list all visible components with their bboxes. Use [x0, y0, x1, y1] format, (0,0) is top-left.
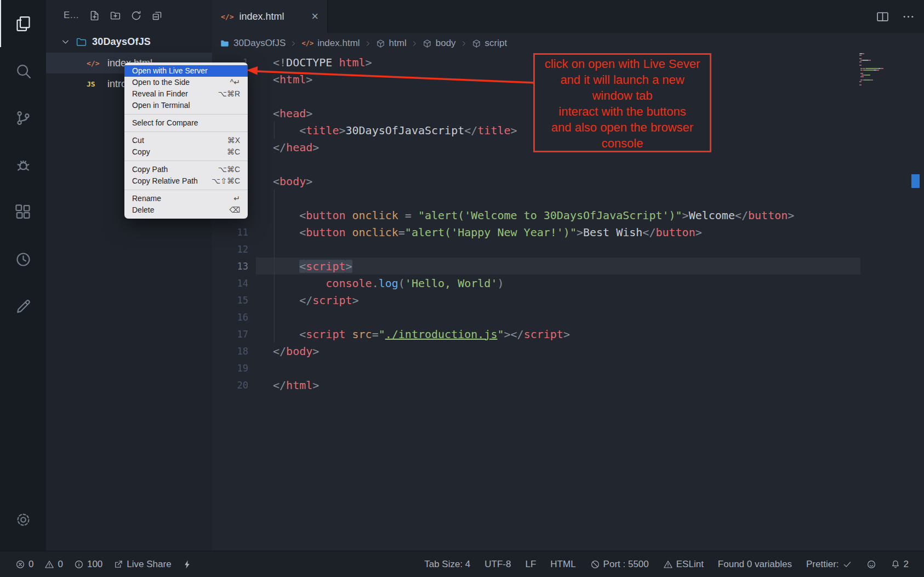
- status-bar: 00100Live Share Tab Size: 4UTF-8LFHTMLPo…: [0, 551, 924, 577]
- status-feedback-smiley[interactable]: [866, 559, 876, 569]
- line-number: 19: [212, 363, 248, 374]
- status-prettier[interactable]: Prettier:: [806, 559, 852, 570]
- folder-tree-root[interactable]: 30DaysOfJS: [46, 31, 212, 53]
- menu-item-reveal-in-finder[interactable]: Reveal in Finder⌥⌘R: [124, 88, 248, 100]
- line-number: 12: [212, 244, 248, 255]
- feedback-icon[interactable]: [0, 283, 46, 330]
- menu-item-label: Select for Compare: [132, 118, 198, 128]
- new-file-icon[interactable]: [89, 10, 100, 21]
- history-icon[interactable]: [0, 236, 46, 283]
- symbol-cube-icon: [376, 39, 385, 48]
- menu-item-copy-path[interactable]: Copy Path⌥⌘C: [124, 164, 248, 175]
- code-line[interactable]: 20</html>: [212, 376, 924, 393]
- more-actions-icon[interactable]: [902, 10, 915, 24]
- code-line-content: </head>: [273, 141, 319, 154]
- info-circle-icon: [74, 559, 84, 569]
- root-folder-name: 30DaysOfJS: [92, 36, 151, 48]
- status-notifications[interactable]: 2: [891, 559, 909, 570]
- status-info-count[interactable]: 100: [74, 559, 102, 570]
- menu-separator: [124, 114, 248, 115]
- minimap[interactable]: [859, 53, 910, 86]
- menu-item-rename[interactable]: Rename↵: [124, 193, 248, 204]
- menu-item-open-with-live-server[interactable]: Open with Live Server: [124, 65, 248, 77]
- explorer-header: E…: [46, 0, 212, 31]
- breadcrumb-label: html: [389, 38, 407, 49]
- code-line[interactable]: 11 <button onclick="alert('Happy New Yea…: [212, 224, 924, 241]
- status-variables[interactable]: Found 0 variables: [718, 559, 792, 570]
- split-editor-icon[interactable]: [876, 10, 889, 24]
- menu-item-shortcut: ⌫: [229, 205, 240, 215]
- new-folder-icon[interactable]: [110, 10, 121, 21]
- tab-bar: </> index.html ×: [212, 0, 924, 33]
- status-language-mode[interactable]: HTML: [550, 559, 575, 570]
- code-line[interactable]: 14 console.log('Hello, World'): [212, 275, 924, 292]
- code-line[interactable]: 17 <script src="./introduction.js"></scr…: [212, 325, 924, 342]
- menu-item-copy-relative-path[interactable]: Copy Relative Path⌥⇧⌘C: [124, 175, 248, 187]
- status-live-server-port[interactable]: Port : 5500: [590, 559, 649, 570]
- breadcrumb-item-body[interactable]: body: [423, 38, 456, 49]
- code-line[interactable]: 16: [212, 309, 924, 325]
- menu-item-select-for-compare[interactable]: Select for Compare: [124, 117, 248, 129]
- check-icon: [842, 559, 852, 569]
- annotation-text-line: console: [535, 135, 710, 151]
- status-problems-errors[interactable]: 0: [15, 559, 33, 570]
- close-tab-icon[interactable]: ×: [311, 10, 318, 22]
- status-eslint[interactable]: ESLint: [663, 559, 704, 570]
- run-debug-icon[interactable]: [0, 141, 46, 188]
- status-text: 2: [904, 559, 909, 570]
- status-live-share[interactable]: Live Share: [113, 559, 171, 570]
- annotation-text-line: window tab: [535, 88, 710, 104]
- vscode-window: E… 30DaysOfJS </>index.htmlJSintroductio…: [0, 0, 924, 577]
- tab-index-html[interactable]: </> index.html ×: [212, 0, 328, 33]
- status-encoding[interactable]: UTF-8: [484, 559, 511, 570]
- menu-item-cut[interactable]: Cut⌘X: [124, 135, 248, 146]
- chevron-down-icon: [60, 37, 71, 47]
- breadcrumb-item-script[interactable]: script: [472, 38, 507, 49]
- code-line[interactable]: 9: [212, 190, 924, 207]
- lightning-icon: [182, 559, 192, 569]
- code-line-content: </body>: [273, 345, 319, 358]
- folder-icon: [76, 36, 87, 48]
- menu-item-open-to-the-side[interactable]: Open to the Side^↵: [124, 77, 248, 88]
- extensions-icon[interactable]: [0, 188, 46, 236]
- menu-item-label: Delete: [132, 205, 154, 215]
- breadcrumb-item-index-html[interactable]: </>index.html: [301, 38, 360, 49]
- source-control-icon[interactable]: [0, 94, 46, 141]
- search-icon[interactable]: [0, 47, 46, 94]
- refresh-icon[interactable]: [130, 10, 142, 21]
- code-line[interactable]: 8<body>: [212, 173, 924, 190]
- code-line[interactable]: 13 <script>: [212, 258, 924, 275]
- html-file-icon: </>: [301, 39, 313, 47]
- code-line[interactable]: 15 </script>: [212, 292, 924, 309]
- menu-item-copy[interactable]: Copy⌘C: [124, 146, 248, 158]
- settings-icon[interactable]: [0, 496, 46, 543]
- menu-item-shortcut: ↵: [233, 194, 240, 203]
- explorer-icon[interactable]: [0, 0, 46, 47]
- status-text: ESLint: [676, 559, 704, 570]
- status-problems-warnings[interactable]: 0: [44, 559, 62, 570]
- code-line[interactable]: 18</body>: [212, 342, 924, 359]
- code-line-content: <button onclick="alert('Happy New Year!'…: [273, 226, 702, 239]
- menu-item-label: Open to the Side: [132, 78, 190, 87]
- status-eol[interactable]: LF: [525, 559, 536, 570]
- context-menu: Open with Live ServerOpen to the Side^↵R…: [124, 62, 248, 219]
- collapse-all-icon[interactable]: [151, 10, 163, 21]
- menu-item-shortcut: ⌘X: [227, 136, 240, 145]
- code-line-content: </html>: [273, 379, 319, 392]
- line-number: 13: [212, 261, 248, 272]
- breadcrumb-item-html[interactable]: html: [376, 38, 407, 49]
- menu-item-open-in-terminal[interactable]: Open in Terminal: [124, 100, 248, 111]
- code-line[interactable]: 10 <button onclick = "alert('Welcome to …: [212, 207, 924, 224]
- code-line[interactable]: 12: [212, 241, 924, 258]
- menu-item-delete[interactable]: Delete⌫: [124, 204, 248, 216]
- warning-triangle-icon: [44, 559, 54, 569]
- status-text: 0: [28, 559, 33, 570]
- status-quick-actions[interactable]: [182, 559, 192, 569]
- annotation-box: click on open with Live Severand it will…: [533, 53, 711, 152]
- file-type-icon: </>: [87, 59, 102, 67]
- bell-icon: [891, 559, 900, 569]
- status-tab-size[interactable]: Tab Size: 4: [424, 559, 470, 570]
- code-line[interactable]: 19: [212, 359, 924, 376]
- code-line[interactable]: 7: [212, 156, 924, 173]
- breadcrumb-item-30daysofjs[interactable]: 30DaysOfJS: [220, 38, 286, 49]
